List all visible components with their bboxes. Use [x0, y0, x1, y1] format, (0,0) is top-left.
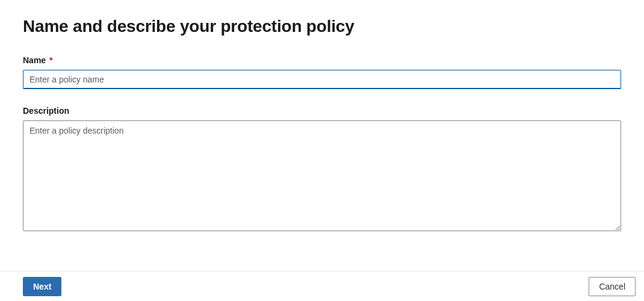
wizard-footer: Next Cancel [0, 271, 644, 301]
form-content: Name and describe your protection policy… [0, 0, 644, 234]
cancel-button[interactable]: Cancel [589, 277, 636, 296]
next-button[interactable]: Next [23, 277, 61, 296]
policy-description-input[interactable] [23, 120, 621, 231]
name-label-text: Name [23, 55, 46, 65]
description-field: Description [23, 106, 621, 234]
name-label: Name * [23, 55, 621, 65]
page-title: Name and describe your protection policy [23, 17, 621, 36]
description-label: Description [23, 106, 621, 116]
policy-name-input[interactable] [23, 70, 621, 89]
required-indicator: * [49, 55, 52, 65]
name-field: Name * [23, 55, 621, 89]
